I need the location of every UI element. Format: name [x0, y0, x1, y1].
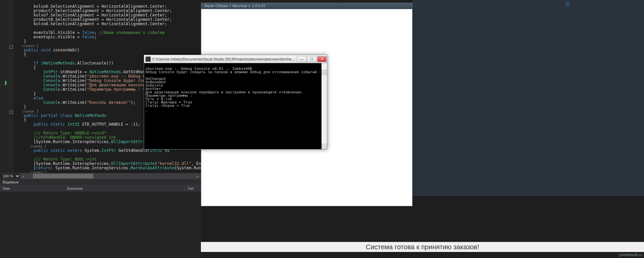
- scroll-left-icon[interactable]: ◄: [20, 173, 26, 179]
- codelens-ref[interactable]: ссылка 1: [14, 144, 46, 148]
- maximize-button[interactable]: ☐: [307, 56, 316, 62]
- scroll-up-icon[interactable]: ▲: [321, 70, 327, 75]
- console-scrollbar[interactable]: ▲ ▼: [321, 63, 327, 149]
- locals-columns: Имя Значение Тип: [0, 185, 201, 191]
- console-body[interactable]: sbscreen.exe -- Debug Console v0.01 -- Z…: [144, 63, 327, 149]
- bookmark-marker[interactable]: [5, 81, 6, 85]
- console-title: C:\Users\e.milskiy\Documents\Visual Stud…: [152, 57, 297, 61]
- col-name[interactable]: Имя: [0, 185, 64, 191]
- col-value[interactable]: Значение: [64, 185, 185, 191]
- status-text: Система готова к принятию заказов!: [366, 243, 479, 251]
- zoom-select[interactable]: 100 %: [0, 173, 20, 179]
- fold-minus-icon[interactable]: -: [9, 45, 13, 49]
- status-bar: Система готова к принятию заказов!: [201, 242, 644, 252]
- close-button[interactable]: ✕: [317, 56, 327, 62]
- scroll-thumb[interactable]: [33, 174, 93, 178]
- locals-panel: Видимые Имя Значение Тип: [0, 179, 201, 258]
- app-titlebar[interactable]: Экран Сборки + Фритюр v. 1.0.0.25: [201, 3, 412, 9]
- right-panel: [413, 0, 644, 196]
- scroll-right-icon[interactable]: ►: [195, 173, 201, 179]
- scroll-down-icon[interactable]: ▼: [321, 144, 327, 149]
- console-titlebar[interactable]: C:\Users\e.milskiy\Documents\Visual Stud…: [144, 55, 327, 63]
- codelens-ref[interactable]: ссылка 1: [14, 171, 46, 173]
- watermark: zombievdk.ru: [619, 253, 643, 257]
- top-link[interactable]: [565, 1, 570, 6]
- fold-minus-icon[interactable]: -: [9, 111, 13, 114]
- gutter: - -: [0, 0, 14, 173]
- minimize-button[interactable]: —: [297, 56, 306, 62]
- console-icon: [145, 56, 151, 62]
- codelens-ref[interactable]: ссылка 1: [14, 44, 38, 48]
- zoom-bar: 100 % ◄ ►: [0, 173, 201, 179]
- horizontal-scrollbar[interactable]: [26, 173, 195, 179]
- locals-title: Видимые: [0, 179, 201, 185]
- console-window[interactable]: C:\Users\e.milskiy\Documents\Visual Stud…: [144, 55, 327, 149]
- link-icon: [565, 1, 570, 6]
- codelens-ref[interactable]: ссылок 3: [14, 110, 38, 113]
- col-type[interactable]: Тип: [185, 185, 201, 191]
